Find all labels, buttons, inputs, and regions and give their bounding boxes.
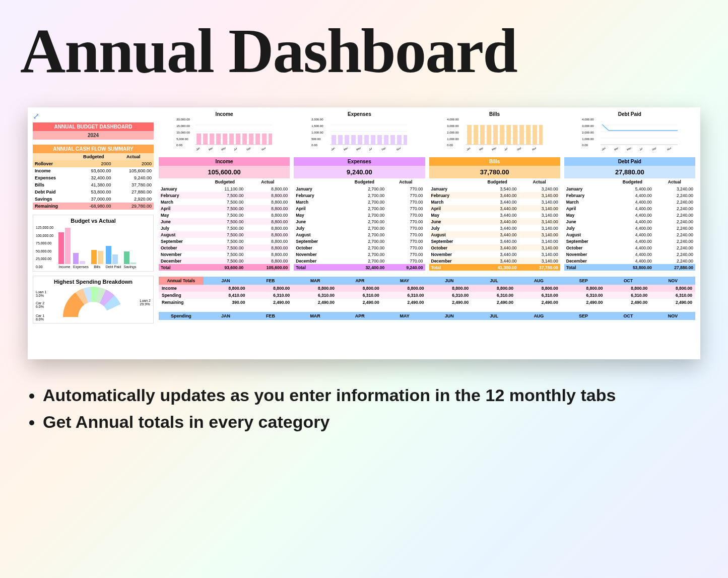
svg-rect-16 [242,134,247,145]
svg-rect-46 [397,135,402,145]
annual-row-income: Income8,800.008,800.008,800.008,800.008,… [159,285,695,292]
svg-rect-68 [500,125,504,145]
svg-text:1,000.00: 1,000.00 [311,131,323,134]
svg-rect-40 [358,135,362,145]
svg-text:Nov: Nov [261,146,267,151]
svg-rect-14 [229,134,234,145]
dashboard-title: ANNUAL BUDGET DASHBOARD [33,122,154,131]
annual-totals-table: Annual Totals JANFEBMARAPRMAYJUNJULAUGSE… [159,277,695,306]
bullet-item: Automatically updates as you enter infor… [43,384,685,406]
svg-text:May: May [626,146,632,151]
svg-text:Jul: Jul [233,147,238,151]
income-table: BudgetedActual January11,100.008,800.00F… [159,178,290,271]
svg-text:Sep: Sep [651,146,656,151]
dashboard-screenshot: ⤢ ANNUAL BUDGET DASHBOARD 2024 ANNUAL CA… [28,107,700,359]
svg-rect-41 [364,135,369,145]
svg-text:Jan: Jan [601,147,606,152]
svg-text:Sep: Sep [381,146,386,151]
svg-rect-11 [210,134,214,145]
svg-text:Jan: Jan [465,147,471,152]
svg-text:0.00: 0.00 [176,144,182,147]
svg-rect-67 [493,125,498,145]
debt-mini-chart: Debt Paid 4,000.003,000.002,000.001,000.… [564,111,695,153]
svg-rect-39 [351,135,356,145]
svg-text:0.00: 0.00 [311,144,317,147]
svg-rect-15 [236,134,240,145]
svg-text:0.00: 0.00 [582,144,588,147]
svg-text:15,000.00: 15,000.00 [176,124,190,127]
svg-text:1,500.00: 1,500.00 [311,124,323,127]
svg-text:Jul: Jul [638,147,643,151]
svg-text:May: May [356,146,362,151]
cashflow-title: ANNUAL CASH FLOW SUMMARY [33,145,154,153]
svg-text:Nov: Nov [666,146,672,151]
bills-table: BudgetedActual January3,540.003,240.00Fe… [429,178,560,271]
svg-text:2,000.00: 2,000.00 [582,131,594,134]
svg-rect-64 [474,125,478,145]
bills-mini-chart: Bills 4,000.003,000.002,000.001,000.000.… [429,111,560,153]
spending-breakdown-chart: Highest Spending Breakdown Loan 13.0% Ca… [33,276,154,324]
mini-charts-row: Income 20,000.0015,000.0010,000.005,000.… [159,111,695,153]
svg-rect-19 [262,134,267,145]
svg-rect-44 [384,135,388,145]
svg-rect-36 [332,135,336,145]
svg-rect-17 [249,134,253,145]
expenses-table: BudgetedActual January2,700.00770.00Febr… [294,178,425,271]
svg-text:Mar: Mar [478,146,484,151]
page-title: Annual Dashboard [0,0,728,97]
svg-rect-12 [216,134,221,145]
svg-text:500.00: 500.00 [311,138,321,141]
svg-rect-74 [539,125,543,145]
svg-rect-13 [223,134,227,145]
income-mini-chart: Income 20,000.0015,000.0010,000.005,000.… [159,111,290,153]
feature-bullets: Automatically updates as you enter infor… [0,369,728,432]
svg-text:Jul: Jul [503,147,508,151]
svg-text:2,000.00: 2,000.00 [311,118,323,121]
svg-rect-38 [345,135,349,145]
svg-rect-73 [533,125,537,145]
svg-text:May: May [491,146,497,151]
svg-text:May: May [221,146,227,151]
svg-text:1,000.00: 1,000.00 [447,138,459,141]
svg-text:1,000.00: 1,000.00 [582,138,594,141]
svg-text:Jan: Jan [195,147,201,152]
svg-text:4,000.00: 4,000.00 [582,118,594,121]
bullet-item: Get Annual totals in every category [43,411,685,433]
svg-rect-10 [203,134,208,145]
svg-text:Mar: Mar [343,146,349,151]
bills-section: Bills 37,780.00 BudgetedActual January3,… [429,157,560,271]
svg-text:0.00: 0.00 [447,144,453,147]
debt-section: Debt Paid 27,880.00 BudgetedActual Janua… [564,157,695,271]
svg-text:20,000.00: 20,000.00 [176,118,190,121]
annual-row-remaining: Remaining390.002,490.002,490.002,490.002… [159,299,695,306]
svg-rect-37 [338,135,343,145]
budget-vs-actual-chart: Budget vs Actual 125,000.00100,000.0075,… [33,215,154,272]
spending-header: SpendingJANFEBMARAPRMAYJUNJULAUGSEPOCTNO… [159,312,695,320]
svg-text:Jan: Jan [330,147,336,152]
svg-rect-43 [377,135,382,145]
dashboard-year: 2024 [33,131,154,140]
cashflow-table: BudgetedActual Rollover20002000 Income93… [33,153,154,210]
svg-text:4,000.00: 4,000.00 [447,118,459,121]
svg-text:3,000.00: 3,000.00 [582,124,594,127]
debt-table: BudgetedActual January5,400.003,240.00Fe… [564,178,695,271]
svg-text:Sep: Sep [516,146,521,151]
svg-rect-71 [519,125,524,145]
expenses-section: Expenses 9,240.00 BudgetedActual January… [294,157,425,271]
income-section: Income 105,600.00 BudgetedActual January… [159,157,290,271]
svg-text:Mar: Mar [613,146,619,151]
annual-row-spending: Spending8,410.006,310.006,310.006,310.00… [159,292,695,299]
svg-rect-66 [487,125,491,145]
svg-text:Nov: Nov [396,146,402,151]
svg-text:Mar: Mar [208,146,214,151]
expenses-mini-chart: Expenses 2,000.001,500.001,000.00500.000… [294,111,425,153]
svg-rect-18 [255,134,260,145]
svg-rect-45 [390,135,395,145]
svg-rect-42 [371,135,375,145]
svg-text:10,000.00: 10,000.00 [176,131,190,134]
svg-rect-47 [404,135,407,145]
svg-rect-65 [480,125,485,145]
svg-text:Sep: Sep [246,146,251,151]
svg-text:5,000.00: 5,000.00 [176,138,188,141]
svg-text:Nov: Nov [531,146,537,151]
